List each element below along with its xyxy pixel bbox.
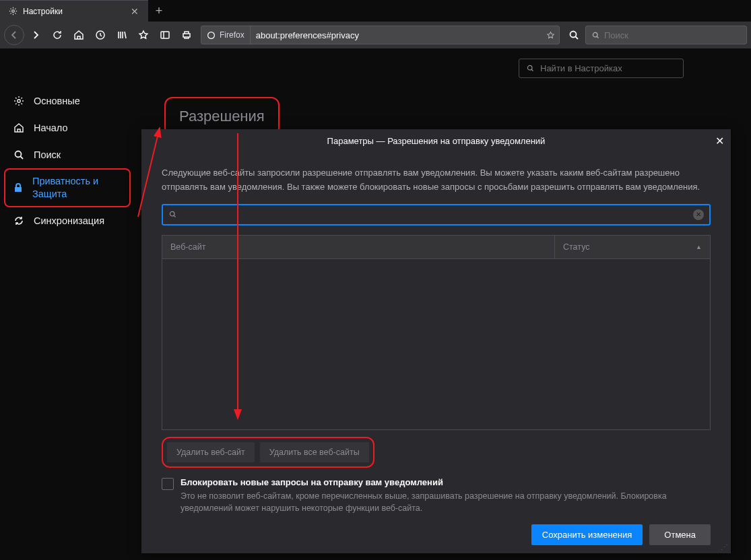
- library-button[interactable]: [112, 25, 132, 45]
- search-icon: [12, 148, 26, 162]
- reload-button[interactable]: [47, 25, 67, 45]
- sidebar-item-label: Приватность и Защита: [32, 175, 125, 201]
- forward-button[interactable]: [26, 25, 46, 45]
- svg-point-4: [208, 32, 215, 38]
- svg-point-6: [593, 32, 597, 37]
- bookmark-star-button[interactable]: [133, 25, 154, 45]
- search-input[interactable]: [604, 30, 741, 40]
- identity-box[interactable]: Firefox: [201, 26, 251, 44]
- dialog-search-input[interactable]: [183, 209, 688, 219]
- find-input[interactable]: [540, 63, 676, 73]
- sidebar-item-sync[interactable]: Синхронизация: [0, 207, 135, 234]
- sidebar-item-label: Поиск: [34, 149, 61, 160]
- sidebar-toggle-button[interactable]: [155, 25, 175, 45]
- browser-tab[interactable]: Настройки ✕: [0, 0, 148, 22]
- sidebar-item-label: Начало: [34, 123, 68, 133]
- identity-label: Firefox: [220, 30, 244, 40]
- search-bar[interactable]: [585, 26, 747, 44]
- url-text[interactable]: about:preferences#privacy: [251, 30, 542, 40]
- dialog-close-button[interactable]: ✕: [715, 135, 724, 147]
- svg-rect-3: [183, 34, 190, 37]
- block-new-requests-checkbox[interactable]: [162, 478, 174, 490]
- print-button[interactable]: [176, 25, 197, 45]
- dialog-description: Следующие веб-сайты запросили разрешение…: [162, 166, 711, 195]
- sidebar-item-home[interactable]: Начало: [0, 114, 135, 141]
- table-body: [162, 259, 711, 430]
- search-icon: [591, 31, 600, 40]
- column-status[interactable]: Статус ▲: [555, 236, 710, 258]
- dialog-search-box[interactable]: ✕: [162, 204, 711, 225]
- notification-permissions-dialog: Параметры — Разрешения на отправку уведо…: [141, 129, 731, 553]
- url-bar[interactable]: Firefox about:preferences#privacy: [201, 26, 560, 44]
- gear-icon: [12, 94, 26, 108]
- save-changes-button[interactable]: Сохранить изменения: [531, 524, 643, 545]
- sort-indicator-icon: ▲: [696, 244, 702, 250]
- svg-rect-2: [161, 32, 169, 38]
- remove-site-button[interactable]: Удалить веб-сайт: [167, 442, 255, 462]
- sync-icon: [12, 214, 26, 228]
- svg-point-8: [15, 151, 22, 158]
- svg-point-9: [527, 65, 532, 70]
- close-tab-button[interactable]: ✕: [128, 6, 141, 17]
- new-tab-button[interactable]: +: [148, 0, 170, 22]
- sidebar-item-privacy[interactable]: Приватность и Защита: [4, 168, 131, 207]
- checkbox-label: Блокировать новые запросы на отправку ва…: [181, 477, 711, 487]
- cancel-button[interactable]: Отмена: [649, 524, 711, 545]
- bookmark-button[interactable]: [542, 31, 559, 40]
- svg-point-5: [570, 32, 577, 38]
- sidebar-item-search[interactable]: Поиск: [0, 141, 135, 168]
- back-button[interactable]: [4, 25, 24, 45]
- sidebar-item-label: Основные: [34, 96, 80, 106]
- svg-point-0: [11, 10, 14, 13]
- gear-icon: [8, 7, 18, 16]
- find-in-settings[interactable]: [519, 59, 684, 78]
- checkbox-description: Это не позволит веб-сайтам, кроме перечи…: [181, 490, 711, 516]
- column-website[interactable]: Веб-сайт: [162, 236, 555, 258]
- lock-icon: [12, 181, 24, 195]
- table-header: Веб-сайт Статус ▲: [162, 235, 711, 259]
- home-icon: [12, 121, 26, 135]
- sidebar-item-label: Синхронизация: [34, 215, 104, 226]
- history-button[interactable]: [90, 25, 110, 45]
- firefox-icon: [207, 31, 216, 40]
- tab-title: Настройки: [23, 7, 123, 16]
- home-button[interactable]: [69, 25, 89, 45]
- svg-point-7: [18, 100, 20, 102]
- svg-point-10: [170, 212, 174, 217]
- search-icon: [168, 210, 177, 219]
- clear-search-button[interactable]: ✕: [693, 209, 704, 220]
- dialog-title: Параметры — Разрешения на отправку уведо…: [141, 129, 731, 153]
- remove-all-sites-button[interactable]: Удалить все веб-сайты: [260, 442, 369, 462]
- search-button[interactable]: [564, 25, 584, 45]
- search-icon: [526, 64, 535, 73]
- resize-handle-icon[interactable]: ⋰: [721, 543, 728, 552]
- sidebar-item-general[interactable]: Основные: [0, 88, 135, 114]
